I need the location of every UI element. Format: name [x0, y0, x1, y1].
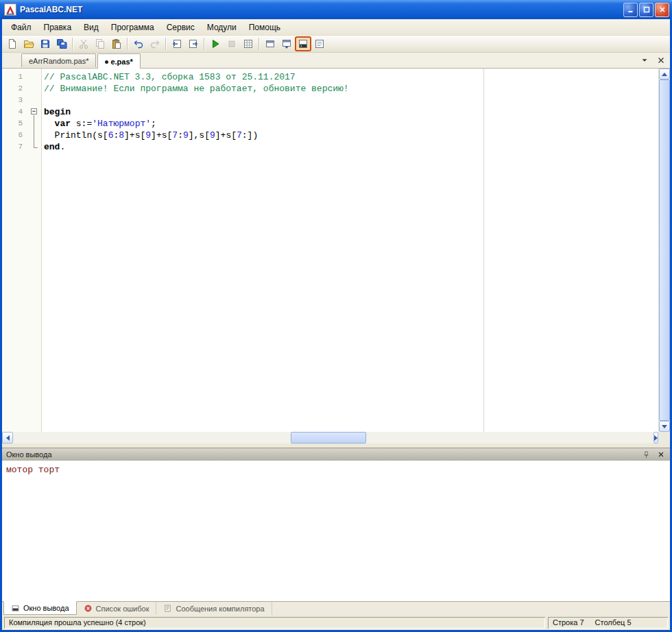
- status-bar: Компиляция прошла успешно (4 строк) Стро…: [2, 615, 670, 630]
- window-form-icon: [265, 38, 276, 49]
- nav-back-button[interactable]: [169, 36, 185, 51]
- code-token: ]+s[: [151, 130, 172, 141]
- code-line-7[interactable]: 7end.: [2, 141, 658, 153]
- copy-icon: [95, 38, 106, 49]
- tab-list-dropdown-button[interactable]: [640, 56, 649, 65]
- code-line-1[interactable]: 1// PascalABC.NET 3.3, сборка 1583 от 25…: [2, 71, 658, 83]
- close-button[interactable]: [655, 3, 669, 17]
- editor-horizontal-scrollbar[interactable]: [2, 432, 658, 443]
- close-icon: [657, 450, 665, 459]
- stop-icon: [226, 38, 237, 49]
- editor-vertical-scrollbar[interactable]: [658, 69, 670, 432]
- window-tasks-button[interactable]: [311, 36, 328, 51]
- pin-icon: [642, 450, 651, 459]
- copy-button: [92, 36, 108, 51]
- menu-item-edit[interactable]: Правка: [38, 21, 78, 34]
- redo-icon: [149, 38, 160, 49]
- code-token: 7: [172, 130, 178, 141]
- open-file-button[interactable]: [21, 36, 37, 51]
- run-button[interactable]: [207, 36, 224, 51]
- scroll-right-button[interactable]: [653, 432, 658, 443]
- code-token: ],s[: [189, 130, 210, 141]
- maximize-button[interactable]: [639, 3, 653, 17]
- tab-close-button[interactable]: [656, 56, 666, 65]
- fold-margin: [29, 118, 42, 130]
- nav-forward-icon: [188, 38, 199, 49]
- code-token: [44, 119, 55, 129]
- bottom-tab-strip: Окно выводаСписок ошибокСообщения компил…: [2, 601, 670, 615]
- horizontal-scroll-thumb[interactable]: [291, 432, 366, 443]
- code-line-2[interactable]: 2// Внимание! Если программа не работает…: [2, 83, 658, 95]
- minimize-button[interactable]: [623, 3, 638, 17]
- fold-toggle[interactable]: −: [29, 106, 42, 118]
- code-token: end: [44, 142, 60, 152]
- menu-item-modules[interactable]: Модули: [201, 21, 243, 34]
- bottom-tab-errors[interactable]: Список ошибок: [77, 602, 157, 615]
- app-icon: [4, 3, 16, 16]
- bottom-tab-compiler-messages[interactable]: Сообщения компилятора: [156, 602, 272, 615]
- status-line: Строка 7: [553, 618, 584, 627]
- menu-item-help[interactable]: Помощь: [243, 21, 287, 34]
- window-modules-button[interactable]: [278, 36, 295, 51]
- code-line-5[interactable]: 5 var s:='Натюрморт';: [2, 118, 658, 130]
- paste-button[interactable]: [108, 36, 125, 51]
- code-line-3[interactable]: 3: [2, 95, 658, 106]
- run-icon: [210, 38, 221, 49]
- close-panel-button[interactable]: [656, 450, 666, 460]
- redo-button: [147, 36, 163, 51]
- fold-margin: [29, 83, 42, 95]
- close-icon: [659, 6, 666, 13]
- status-message: Компиляция прошла успешно (4 строк): [9, 618, 146, 627]
- vertical-scroll-thumb[interactable]: [659, 80, 670, 421]
- arrow-left-icon: [6, 435, 10, 441]
- toolbar-separator: [72, 38, 73, 50]
- compile-button[interactable]: [240, 36, 256, 51]
- menu-item-service[interactable]: Сервис: [160, 21, 201, 34]
- code-token: ;: [151, 119, 156, 129]
- tabs: eArrRandom.pas*e.pas*: [21, 53, 142, 68]
- window-form-button[interactable]: [262, 36, 278, 51]
- arrow-right-icon: [654, 435, 658, 441]
- code-text: // Внимание! Если программа не работает,…: [42, 83, 349, 95]
- code-token: begin: [44, 107, 71, 117]
- fold-collapse-icon[interactable]: −: [31, 108, 37, 114]
- nav-forward-button[interactable]: [185, 36, 202, 51]
- tab-earrrandom[interactable]: eArrRandom.pas*: [21, 53, 96, 67]
- code-token: 9: [145, 130, 151, 141]
- window-title: PascalABC.NET: [20, 5, 620, 14]
- title-bar: PascalABC.NET: [0, 0, 672, 19]
- compile-icon: [243, 38, 254, 49]
- tab-e[interactable]: e.pas*: [97, 53, 140, 69]
- menu-item-file[interactable]: Файл: [5, 21, 38, 34]
- save-file-button[interactable]: [37, 36, 53, 51]
- save-file-icon: [40, 38, 51, 49]
- pin-panel-button[interactable]: [641, 450, 651, 460]
- code-token: ]+s[: [124, 130, 145, 141]
- undo-button[interactable]: [130, 36, 147, 51]
- toggle-output-button[interactable]: [295, 36, 311, 51]
- menu-bar: ФайлПравкаВидПрограммаСервисМодулиПомощь: [2, 19, 670, 36]
- code-text: end.: [42, 141, 65, 153]
- line-number: 1: [2, 71, 29, 83]
- new-file-button[interactable]: [4, 36, 21, 51]
- menu-item-program[interactable]: Программа: [105, 21, 160, 34]
- save-all-button[interactable]: [53, 36, 70, 51]
- output-panel-title: Окно вывода: [6, 450, 637, 459]
- code-line-6[interactable]: 6 Println(s[6:8]+s[9]+s[7:9],s[9]+s[7:]): [2, 130, 658, 141]
- scroll-down-button[interactable]: [659, 421, 670, 432]
- code-token: 7: [237, 130, 242, 141]
- compiler-messages-icon: [163, 604, 172, 613]
- bottom-tab-output[interactable]: Окно вывода: [3, 601, 77, 615]
- scroll-up-button[interactable]: [659, 69, 670, 80]
- cut-icon: [78, 38, 89, 49]
- code-line-4[interactable]: 4−begin: [2, 106, 658, 118]
- menu-item-view[interactable]: Вид: [77, 21, 105, 34]
- scroll-left-button[interactable]: [2, 432, 13, 443]
- arrow-down-icon: [662, 425, 667, 428]
- output-panel-content[interactable]: мотор торт: [2, 461, 670, 601]
- line-number: 5: [2, 118, 29, 130]
- code-editor[interactable]: 1// PascalABC.NET 3.3, сборка 1583 от 25…: [2, 69, 658, 432]
- code-text: begin: [42, 106, 71, 118]
- stop-button: [224, 36, 240, 51]
- code-token: // Внимание! Если программа не работает,…: [44, 84, 349, 94]
